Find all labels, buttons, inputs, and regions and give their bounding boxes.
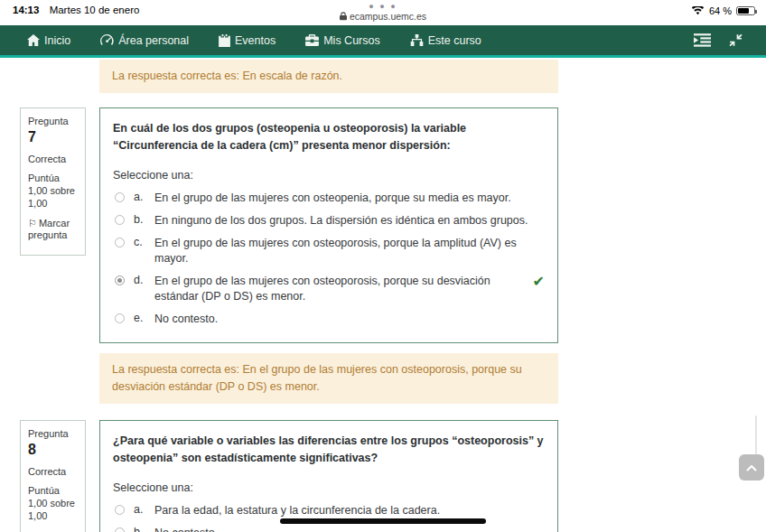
question-7-info: Pregunta 7 Correcta Puntúa 1,00 sobre 1,…	[20, 107, 86, 256]
lock-icon	[340, 12, 347, 21]
radio-button[interactable]	[115, 215, 125, 225]
nav-item-area-personal[interactable]: Área personal	[100, 34, 189, 47]
feedback-text: La respuesta correcta es: En escala de r…	[112, 70, 342, 82]
answer-prompt: Seleccione una:	[113, 169, 545, 182]
answer-option-b[interactable]: b. No contesto.	[113, 526, 545, 532]
battery-percent: 64 %	[709, 5, 732, 16]
question-grade: Puntúa 1,00 sobre 1,00	[28, 173, 78, 210]
calendar-icon	[219, 34, 230, 47]
nav-label: Área personal	[118, 34, 189, 47]
chevron-up-icon	[746, 464, 757, 471]
wifi-icon	[691, 6, 705, 16]
radio-button[interactable]	[115, 192, 125, 202]
question-8-body: ¿Para qué variable o variables las difer…	[99, 420, 558, 532]
question-number-value: 7	[28, 129, 36, 145]
nav-actions	[694, 33, 743, 47]
question-state: Correcta	[28, 154, 78, 166]
nav-item-este-curso[interactable]: Este curso	[410, 34, 481, 47]
scroll-to-top-button[interactable]	[739, 454, 764, 481]
answer-option-a[interactable]: a. Para la edad, la estatura y la circun…	[113, 503, 545, 518]
briefcase-icon	[305, 34, 319, 46]
address-area: ● ● ● ecampus.uemc.es	[0, 0, 766, 22]
feedback-box-previous: La respuesta correcta es: En escala de r…	[99, 60, 558, 93]
nav-label: Mis Cursos	[323, 34, 380, 47]
radio-button[interactable]	[115, 313, 125, 323]
question-number: Pregunta 7	[28, 116, 78, 146]
scrollbar[interactable]	[755, 415, 757, 454]
nav-item-inicio[interactable]: Inicio	[27, 34, 70, 47]
nav-label: Eventos	[235, 34, 276, 47]
answer-option-c[interactable]: c. En el grupo de las mujeres con osteop…	[113, 236, 545, 266]
question-text: En cuál de los dos grupos (osteopenia u …	[113, 120, 545, 154]
answer-option-e[interactable]: e. No contesto.	[113, 312, 545, 327]
flag-icon: ⚐	[28, 218, 37, 229]
nav-label: Este curso	[428, 34, 481, 47]
nav-item-eventos[interactable]: Eventos	[219, 34, 276, 47]
status-right: 64 %	[691, 5, 755, 16]
question-state: Correcta	[28, 466, 78, 479]
answer-prompt: Seleccione una:	[113, 481, 545, 494]
home-icon	[27, 34, 40, 46]
question-7-body: En cuál de los dos grupos (osteopenia u …	[99, 107, 558, 344]
battery-icon	[736, 6, 755, 15]
flag-question[interactable]: ⚐Marcar pregunta	[28, 218, 78, 243]
accent-strip	[0, 55, 766, 58]
url-text: ecampus.uemc.es	[350, 11, 426, 22]
collapse-fullscreen-icon[interactable]	[729, 33, 743, 47]
correct-check-icon: ✔	[533, 274, 545, 290]
radio-button[interactable]	[115, 527, 125, 532]
nav-label: Inicio	[44, 34, 70, 47]
open-drawer-icon[interactable]	[694, 33, 711, 47]
radio-button[interactable]	[115, 505, 125, 515]
question-text: ¿Para qué variable o variables las difer…	[113, 433, 545, 467]
answer-option-a[interactable]: a. En el grupo de las mujeres con osteop…	[113, 191, 545, 206]
nav-item-mis-cursos[interactable]: Mis Cursos	[305, 34, 380, 47]
home-indicator[interactable]	[280, 518, 486, 524]
question-number-value: 8	[28, 442, 36, 457]
tab-dots-icon[interactable]: ● ● ●	[0, 4, 766, 9]
question-8-info: Pregunta 8 Correcta Puntúa 1,00 sobre 1,…	[20, 420, 86, 532]
screen: 14:13 Martes 10 de enero ● ● ● ecampus.u…	[0, 0, 766, 532]
sitemap-icon	[410, 34, 424, 46]
dashboard-icon	[100, 34, 114, 46]
question-8: Pregunta 8 Correcta Puntúa 1,00 sobre 1,…	[20, 420, 766, 532]
answer-option-b[interactable]: b. En ninguno de los dos grupos. La disp…	[113, 213, 545, 229]
main-navbar: Inicio Área personal Eventos Mis Cursos …	[0, 25, 766, 55]
answer-option-d[interactable]: d. En el grupo de las mujeres con osteop…	[113, 274, 545, 304]
radio-button-selected[interactable]	[115, 275, 125, 285]
status-bar: 14:13 Martes 10 de enero ● ● ● ecampus.u…	[0, 0, 766, 25]
feedback-box-question-7: La respuesta correcta es: En el grupo de…	[99, 353, 558, 404]
feedback-text: La respuesta correcta es: En el grupo de…	[112, 363, 522, 393]
address-bar[interactable]: ecampus.uemc.es	[0, 11, 766, 22]
radio-button[interactable]	[115, 238, 125, 247]
question-number: Pregunta 8	[28, 428, 78, 459]
question-7: Pregunta 7 Correcta Puntúa 1,00 sobre 1,…	[20, 107, 766, 344]
question-grade: Puntúa 1,00 sobre 1,00	[28, 485, 78, 522]
